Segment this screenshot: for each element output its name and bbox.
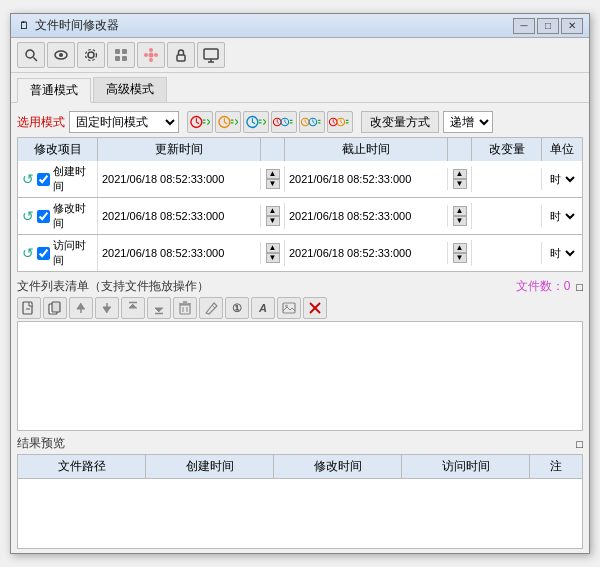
row1-spin2-up[interactable]: ▲: [453, 169, 467, 179]
move-down-btn[interactable]: [95, 297, 119, 319]
svg-point-3: [59, 53, 63, 57]
time-btn-1[interactable]: [187, 111, 213, 133]
a-btn[interactable]: A: [251, 297, 275, 319]
table-header: 修改项目 更新时间 截止时间 改变量 单位: [17, 137, 583, 161]
image-btn[interactable]: [277, 297, 301, 319]
row3-end-time-input[interactable]: [289, 247, 443, 259]
row1-spin2-down[interactable]: ▼: [453, 179, 467, 189]
row3-spin2: ▲ ▼: [448, 240, 472, 266]
time-btn-6[interactable]: [327, 111, 353, 133]
row1-end-time: [285, 168, 448, 190]
row1-spin1: ▲ ▼: [261, 166, 285, 192]
brush-btn[interactable]: [199, 297, 223, 319]
window-icon: 🗒: [17, 19, 31, 33]
row1-change-val[interactable]: [472, 168, 542, 190]
row2-spin-up[interactable]: ▲: [266, 206, 280, 216]
row2-change-input[interactable]: [476, 210, 537, 222]
row1-checkbox[interactable]: [37, 173, 50, 186]
row2-spin2-up[interactable]: ▲: [453, 206, 467, 216]
row2-unit: 时分秒: [542, 205, 582, 227]
row2-update-time-input[interactable]: [102, 210, 256, 222]
copy-btn[interactable]: [43, 297, 67, 319]
row3-item: ↺ 访问时间: [18, 235, 98, 271]
svg-point-11: [149, 48, 153, 52]
result-table: 文件路径 创建时间 修改时间 访问时间 注: [17, 454, 583, 479]
close-button[interactable]: ✕: [561, 18, 583, 34]
row3-spin-down[interactable]: ▼: [266, 253, 280, 263]
row2-refresh-icon[interactable]: ↺: [22, 208, 34, 224]
result-title: 结果预览: [17, 435, 65, 452]
lock-toolbar-btn[interactable]: [167, 42, 195, 68]
svg-point-5: [86, 50, 97, 61]
eye-toolbar-btn[interactable]: [47, 42, 75, 68]
change-method-button[interactable]: 改变量方式: [361, 111, 439, 133]
row1-update-time-input[interactable]: [102, 173, 256, 185]
grid-toolbar-btn[interactable]: [107, 42, 135, 68]
minimize-button[interactable]: ─: [513, 18, 535, 34]
svg-rect-15: [177, 55, 185, 61]
time-btn-2[interactable]: [215, 111, 241, 133]
time-icon-group: [187, 111, 353, 133]
flower-toolbar-btn[interactable]: [137, 42, 165, 68]
time-btn-4[interactable]: [271, 111, 297, 133]
row3-spin-up[interactable]: ▲: [266, 243, 280, 253]
move-bottom-btn[interactable]: [147, 297, 171, 319]
row3-spin2-up[interactable]: ▲: [453, 243, 467, 253]
row2-spin-down[interactable]: ▼: [266, 216, 280, 226]
result-col-modify: 修改时间: [274, 455, 402, 479]
eye-icon: [53, 47, 69, 63]
row2-checkbox[interactable]: [37, 210, 50, 223]
row3-spin1: ▲ ▼: [261, 240, 285, 266]
main-content: 选用模式 固定时间模式 相对时间模式 随机时间模式: [11, 103, 589, 553]
svg-line-1: [34, 58, 38, 62]
move-top-btn[interactable]: [121, 297, 145, 319]
delete-all-btn[interactable]: [303, 297, 327, 319]
delete-btn[interactable]: [173, 297, 197, 319]
result-col-path: 文件路径: [18, 455, 146, 479]
row3-checkbox[interactable]: [37, 247, 50, 260]
file-list-area[interactable]: [17, 321, 583, 431]
tab-advanced-mode[interactable]: 高级模式: [93, 77, 167, 102]
col-header-end: 截止时间: [285, 138, 448, 161]
row2-spin2-down[interactable]: ▼: [453, 216, 467, 226]
main-toolbar: [11, 38, 589, 73]
row2-unit-select[interactable]: 时分秒: [546, 209, 578, 223]
row2-end-time-input[interactable]: [289, 210, 443, 222]
title-bar-buttons: ─ □ ✕: [513, 18, 583, 34]
row3-change-input[interactable]: [476, 247, 537, 259]
row1-refresh-icon[interactable]: ↺: [22, 171, 34, 187]
row1-spin-up[interactable]: ▲: [266, 169, 280, 179]
row2-change-val[interactable]: [472, 205, 542, 227]
row1-spin-down[interactable]: ▼: [266, 179, 280, 189]
row3-unit-select[interactable]: 时分秒: [546, 246, 578, 260]
table-row: ↺ 访问时间 ▲ ▼ ▲: [17, 235, 583, 272]
row3-refresh-icon[interactable]: ↺: [22, 245, 34, 261]
tab-normal-mode[interactable]: 普通模式: [17, 78, 91, 103]
gear-toolbar-btn[interactable]: [77, 42, 105, 68]
add-file-btn[interactable]: [17, 297, 41, 319]
expand-icon[interactable]: □: [576, 281, 583, 293]
row1-spin-btn: ▲ ▼: [266, 169, 280, 189]
row1-end-time-input[interactable]: [289, 173, 443, 185]
result-col-access: 访问时间: [402, 455, 530, 479]
row3-change-val[interactable]: [472, 242, 542, 264]
maximize-button[interactable]: □: [537, 18, 559, 34]
svg-rect-42: [283, 303, 295, 313]
time-btn-5[interactable]: [299, 111, 325, 133]
lock-icon: [173, 47, 189, 63]
mode-select[interactable]: 固定时间模式 相对时间模式 随机时间模式: [69, 111, 179, 133]
number-btn[interactable]: ①: [225, 297, 249, 319]
row1-change-input[interactable]: [476, 173, 537, 185]
monitor-toolbar-btn[interactable]: [197, 42, 225, 68]
row1-spin2: ▲ ▼: [448, 166, 472, 192]
result-header: 结果预览 □: [17, 435, 583, 452]
row3-spin2-down[interactable]: ▼: [453, 253, 467, 263]
search-toolbar-btn[interactable]: [17, 42, 45, 68]
row1-unit-select[interactable]: 时分秒: [546, 172, 578, 186]
time-btn-3[interactable]: [243, 111, 269, 133]
col-header-change: 改变量: [472, 138, 542, 161]
move-up-btn[interactable]: [69, 297, 93, 319]
change-method-select[interactable]: 递增 递减: [443, 111, 493, 133]
result-expand-icon[interactable]: □: [576, 438, 583, 450]
row3-update-time-input[interactable]: [102, 247, 256, 259]
